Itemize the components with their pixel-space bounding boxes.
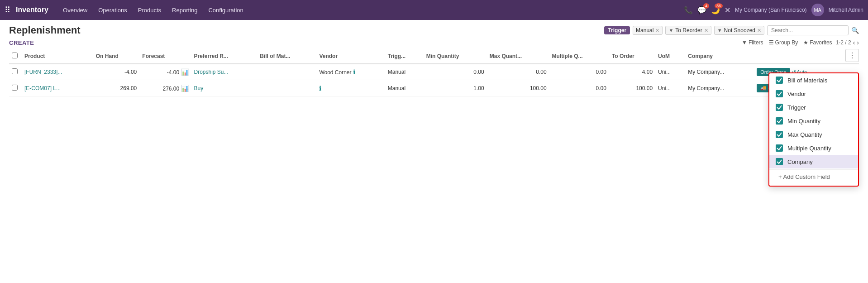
row1-multiple-q[interactable]: 0.00	[549, 64, 609, 80]
pager-count: 1-2 / 2	[836, 39, 851, 46]
row2-checkbox-cell	[9, 80, 22, 96]
col-checkbox-vendor	[776, 90, 783, 96]
table-row: [E-COM07] L... 269.00 276.00 📊 Buy ℹ Man…	[9, 80, 859, 96]
favorites-action[interactable]: ★ Favorites	[803, 39, 832, 46]
brand-label[interactable]: Inventory	[16, 6, 48, 14]
col-label-bill: Bill of Materials	[787, 77, 827, 84]
filter-chip-notsnoozed: ▼ Not Snoozed ✕	[714, 26, 764, 35]
row2-product: [E-COM07] L...	[22, 80, 93, 96]
row1-trigger: Manual	[385, 64, 424, 80]
user-name-label: Mitchell Admin	[829, 7, 863, 13]
row1-preferred-link[interactable]: Dropship Su...	[194, 69, 229, 75]
chat-badge: 4	[703, 3, 709, 9]
col-max-qty: Max Quant...	[487, 49, 549, 64]
row1-forecast: -4.00 📊	[139, 64, 191, 80]
row2-multiple-q[interactable]: 0.00	[549, 80, 609, 96]
search-input[interactable]	[767, 25, 849, 35]
row2-truck-icon: 🚚	[760, 85, 767, 91]
row2-trigger: Manual	[385, 80, 424, 96]
row2-to-order[interactable]: 100.00	[609, 80, 655, 96]
row1-checkbox[interactable]	[12, 68, 18, 74]
col-dropdown-item-vendor[interactable]: Vendor	[769, 87, 858, 96]
chip-manual-close[interactable]: ✕	[655, 28, 659, 34]
filters-action[interactable]: ▼ Filters	[742, 39, 763, 46]
col-bill-of-mat: Bill of Mat...	[257, 49, 316, 64]
filters-funnel-icon: ▼	[742, 39, 747, 46]
column-settings-button[interactable]: ⋮	[845, 49, 859, 62]
user-avatar[interactable]: MA	[811, 4, 824, 16]
right-icons-area: 📞 💬 4 🌙 36 ✕ My Company (San Francisco) …	[684, 4, 863, 16]
search-button[interactable]: 🔍	[851, 27, 859, 34]
moon-icon[interactable]: 🌙 36	[711, 6, 720, 14]
chip-notsnoozed-close[interactable]: ✕	[757, 28, 761, 34]
row1-checkbox-cell	[9, 64, 22, 80]
col-product: Product	[22, 49, 93, 64]
select-all-checkbox[interactable]	[12, 53, 18, 58]
col-multiple-q: Multiple Q...	[549, 49, 609, 64]
col-checkbox-bill	[776, 77, 783, 84]
pager-next[interactable]: ›	[857, 39, 859, 46]
row2-vendor: ℹ	[316, 80, 385, 96]
row2-company: My Company...	[685, 80, 754, 96]
row2-preferred-r: Buy	[191, 80, 258, 96]
row1-chart-icon[interactable]: 📊	[181, 68, 189, 76]
row1-product-link[interactable]: [FURN_2333]...	[24, 69, 62, 75]
row1-info-icon[interactable]: ℹ	[353, 68, 355, 76]
toolbar: CREATE ▼ Filters ☰ Group By ★ Favorites …	[0, 36, 868, 49]
row1-max-qty[interactable]: 0.00	[487, 64, 549, 80]
toolbar-right: ▼ Filters ☰ Group By ★ Favorites 1-2 / 2…	[742, 39, 859, 46]
row2-uom: Uni...	[655, 80, 685, 96]
nav-configuration[interactable]: Configuration	[204, 4, 248, 16]
row2-product-link[interactable]: [E-COM07] L...	[24, 85, 61, 91]
phone-icon[interactable]: 📞	[684, 6, 693, 14]
groupby-action[interactable]: ☰ Group By	[769, 39, 798, 46]
row2-min-qty[interactable]: 1.00	[424, 80, 487, 96]
col-forecast: Forecast	[139, 49, 191, 64]
pager: 1-2 / 2 ‹ ›	[836, 39, 859, 46]
row2-preferred-link[interactable]: Buy	[194, 85, 204, 91]
table-header-row: Product On Hand Forecast Preferred R... …	[9, 49, 859, 64]
col-label-vendor: Vendor	[787, 91, 806, 97]
toolbar-actions: ▼ Filters ☰ Group By ★ Favorites	[742, 39, 832, 46]
avatar-initials: MA	[814, 7, 821, 13]
col-dropdown-item-bill[interactable]: Bill of Materials	[769, 73, 858, 87]
chat-icon[interactable]: 💬 4	[697, 6, 706, 14]
funnel-icon-2: ▼	[717, 28, 722, 33]
funnel-icon-1: ▼	[668, 28, 673, 33]
chip-manual-label: Manual	[636, 27, 653, 34]
apps-icon[interactable]: ⠿	[5, 5, 10, 15]
pager-prev[interactable]: ‹	[853, 39, 855, 46]
column-dropdown: Bill of Materials Vendor Trigger Min Qua…	[768, 72, 859, 96]
table-row: [FURN_2333]... -4.00 -4.00 📊 Dropship Su…	[9, 64, 859, 80]
filter-chip-toreorder: ▼ To Reorder ✕	[665, 26, 711, 35]
row2-forecast: 276.00 📊	[139, 80, 191, 96]
nav-overview[interactable]: Overview	[58, 4, 92, 16]
moon-badge: 36	[715, 3, 723, 9]
filter-chip-manual: Manual ✕	[633, 26, 663, 35]
col-company: Company	[685, 49, 754, 64]
row2-on-hand: 269.00	[93, 80, 140, 96]
row2-max-qty[interactable]: 100.00	[487, 80, 549, 96]
groupby-label: Group By	[775, 39, 798, 46]
nav-operations[interactable]: Operations	[94, 4, 132, 16]
favorites-label: Favorites	[810, 39, 832, 46]
top-nav: ⠿ Inventory Overview Operations Products…	[0, 0, 868, 20]
row2-info-icon[interactable]: ℹ	[319, 85, 321, 92]
col-on-hand: On Hand	[93, 49, 140, 64]
col-trigger: Trigg...	[385, 49, 424, 64]
create-button[interactable]: CREATE	[9, 39, 34, 46]
main-nav: Overview Operations Products Reporting C…	[58, 4, 681, 16]
trigger-badge: Trigger	[604, 26, 630, 34]
chip-notsnoozed-label: Not Snoozed	[724, 27, 755, 34]
col-uom: UoM	[655, 49, 685, 64]
row2-checkbox[interactable]	[12, 85, 18, 91]
col-min-qty: Min Quantity	[424, 49, 487, 64]
col-vendor: Vendor	[316, 49, 385, 64]
nav-reporting[interactable]: Reporting	[167, 4, 202, 16]
close-icon[interactable]: ✕	[725, 6, 730, 14]
row2-chart-icon[interactable]: 📊	[181, 85, 189, 92]
row1-min-qty[interactable]: 0.00	[424, 64, 487, 80]
row1-to-order[interactable]: 4.00	[609, 64, 655, 80]
nav-products[interactable]: Products	[134, 4, 166, 16]
chip-toreorder-close[interactable]: ✕	[704, 28, 708, 34]
